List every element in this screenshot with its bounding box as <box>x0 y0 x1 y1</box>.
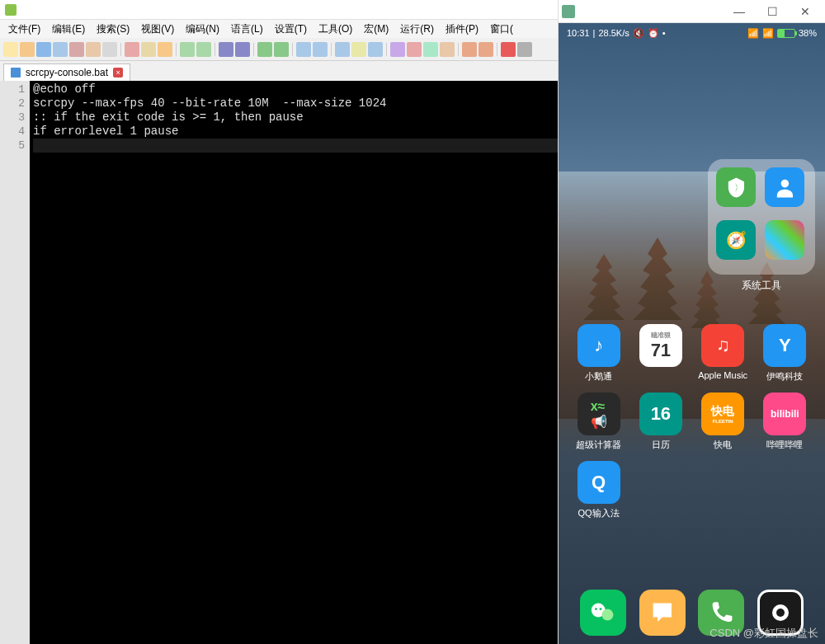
svg-point-6 <box>776 609 785 617</box>
npp-menubar: 文件(F) 编辑(E) 搜索(S) 视图(V) 编码(N) 语言(L) 设置(T… <box>0 20 558 38</box>
contacts-icon[interactable] <box>765 167 804 207</box>
app-xiaoetong[interactable]: ♪小鹅通 <box>570 324 627 383</box>
menu-settings[interactable]: 设置(T) <box>270 21 312 38</box>
csdn-watermark: CSDN @彩虹国操盘长 <box>710 626 818 641</box>
app-icon: ♪ <box>578 324 620 367</box>
toolbar-separator <box>292 43 293 56</box>
redo-icon[interactable] <box>196 42 211 57</box>
folder-workspace-icon[interactable] <box>462 42 477 57</box>
wordwrap-icon[interactable] <box>335 42 350 57</box>
scrcpy-app-icon <box>562 5 575 18</box>
battery-percent: 38% <box>799 28 817 38</box>
menu-language[interactable]: 语言(L) <box>226 21 268 38</box>
menu-search[interactable]: 搜索(S) <box>92 21 134 38</box>
menu-encoding[interactable]: 编码(N) <box>181 21 224 38</box>
scrcpy-titlebar[interactable]: — ☐ ✕ <box>559 0 825 23</box>
menu-tools[interactable]: 工具(O) <box>314 21 357 38</box>
app-qq-ime[interactable]: QQQ输入法 <box>570 461 627 519</box>
tab-filename: scrcpy-console.bat <box>26 67 108 78</box>
monitor-icon[interactable] <box>478 42 493 57</box>
toolbar-separator <box>331 43 332 56</box>
save-all-icon[interactable] <box>53 42 68 57</box>
zoom-in-icon[interactable] <box>257 42 272 57</box>
udl-icon[interactable] <box>390 42 405 57</box>
minimize-button[interactable]: — <box>723 1 756 22</box>
close-button[interactable]: ✕ <box>789 1 822 22</box>
app-calendar-widget[interactable]: 稳准狠71 <box>632 324 689 383</box>
system-tools-folder[interactable]: 🧭 <box>708 159 815 275</box>
app-bilibili[interactable]: bilibili哔哩哔哩 <box>757 393 813 451</box>
close-all-icon[interactable] <box>86 42 101 57</box>
docmap-icon[interactable] <box>407 42 422 57</box>
print-icon[interactable] <box>102 42 117 57</box>
menu-macro[interactable]: 宏(M) <box>359 21 394 38</box>
indent-guide-icon[interactable] <box>368 42 383 57</box>
toolbar-separator <box>253 43 254 56</box>
sync-v-icon[interactable] <box>296 42 311 57</box>
zoom-out-icon[interactable] <box>274 42 289 57</box>
menu-run[interactable]: 运行(R) <box>395 21 439 38</box>
app-icon: bilibili <box>763 393 806 435</box>
maximize-button[interactable]: ☐ <box>756 1 789 22</box>
menu-view[interactable]: 视图(V) <box>136 21 179 38</box>
dock-messages[interactable] <box>639 590 686 636</box>
app-icon: 16 <box>639 393 682 435</box>
undo-icon[interactable] <box>180 42 195 57</box>
sync-h-icon[interactable] <box>313 42 328 57</box>
record-macro-icon[interactable] <box>501 42 516 57</box>
doclist-icon[interactable] <box>423 42 438 57</box>
save-icon[interactable] <box>36 42 51 57</box>
app-label: 小鹅通 <box>585 370 612 383</box>
copy-icon[interactable] <box>141 42 156 57</box>
open-file-icon[interactable] <box>20 42 35 57</box>
app-yiming[interactable]: Y伊鸣科技 <box>757 324 813 383</box>
multi-apps-icon[interactable] <box>765 220 804 260</box>
security-icon[interactable] <box>716 167 756 207</box>
npp-titlebar[interactable] <box>0 0 558 20</box>
close-icon[interactable] <box>69 42 84 57</box>
code-area[interactable]: @echo off scrcpy --max-fps 40 --bit-rate… <box>30 81 558 644</box>
menu-edit[interactable]: 编辑(E) <box>47 21 90 38</box>
npp-tabbar: scrcpy-console.bat × <box>0 61 558 81</box>
paste-icon[interactable] <box>158 42 172 57</box>
cut-icon[interactable] <box>125 42 139 57</box>
app-icon: Q <box>578 461 620 504</box>
menu-window[interactable]: 窗口( <box>485 21 518 38</box>
toolbar-separator <box>497 43 497 56</box>
toolbar-separator <box>458 43 459 56</box>
replace-icon[interactable] <box>235 42 250 57</box>
app-icon: x≈📢 <box>578 393 620 435</box>
toolbar-separator <box>176 43 177 56</box>
menu-file[interactable]: 文件(F) <box>3 21 45 38</box>
file-tab[interactable]: scrcpy-console.bat × <box>3 63 130 81</box>
toolbar-separator <box>386 43 387 56</box>
dock-wechat[interactable] <box>580 590 626 636</box>
tab-close-icon[interactable]: × <box>113 68 123 78</box>
funclist-icon[interactable] <box>440 42 455 57</box>
menu-plugins[interactable]: 插件(P) <box>441 21 483 38</box>
app-calculator[interactable]: x≈📢超级计算器 <box>570 393 627 451</box>
stop-macro-icon[interactable] <box>517 42 532 57</box>
app-icon: Y <box>763 324 806 367</box>
notepad-plus-plus-window: 文件(F) 编辑(E) 搜索(S) 视图(V) 编码(N) 语言(L) 设置(T… <box>0 0 559 644</box>
new-file-icon[interactable] <box>3 42 18 57</box>
app-apple-music[interactable]: ♫Apple Music <box>695 324 752 383</box>
app-label: 超级计算器 <box>576 439 621 451</box>
phone-mirror-screen[interactable]: 10:31 | 28.5K/s 🔇 ⏰ • 📶 📶 38% 🧭 系统工具 ♪小鹅… <box>559 23 825 644</box>
compass-icon[interactable]: 🧭 <box>716 220 756 260</box>
app-label: QQ输入法 <box>578 507 620 519</box>
folder-label: 系统工具 <box>708 279 815 293</box>
code-line: :: if the exit code is >= 1, then pause <box>33 110 558 125</box>
phone-status-bar[interactable]: 10:31 | 28.5K/s 🔇 ⏰ • 📶 📶 38% <box>559 23 825 43</box>
app-calendar[interactable]: 16日历 <box>632 393 689 451</box>
app-label: 日历 <box>652 439 670 451</box>
app-fleetin[interactable]: 快电FLEETIN快电 <box>695 393 752 451</box>
code-editor[interactable]: 12345 @echo off scrcpy --max-fps 40 --bi… <box>0 81 558 644</box>
wifi-icon: 📶 <box>762 28 774 39</box>
app-label: Apple Music <box>698 370 747 380</box>
code-line: @echo off <box>33 82 558 96</box>
find-icon[interactable] <box>219 42 233 57</box>
app-icon: 快电FLEETIN <box>701 393 744 435</box>
scrcpy-window: — ☐ ✕ 10:31 | 28.5K/s 🔇 ⏰ • 📶 📶 38% <box>559 0 825 644</box>
allchars-icon[interactable] <box>351 42 366 57</box>
